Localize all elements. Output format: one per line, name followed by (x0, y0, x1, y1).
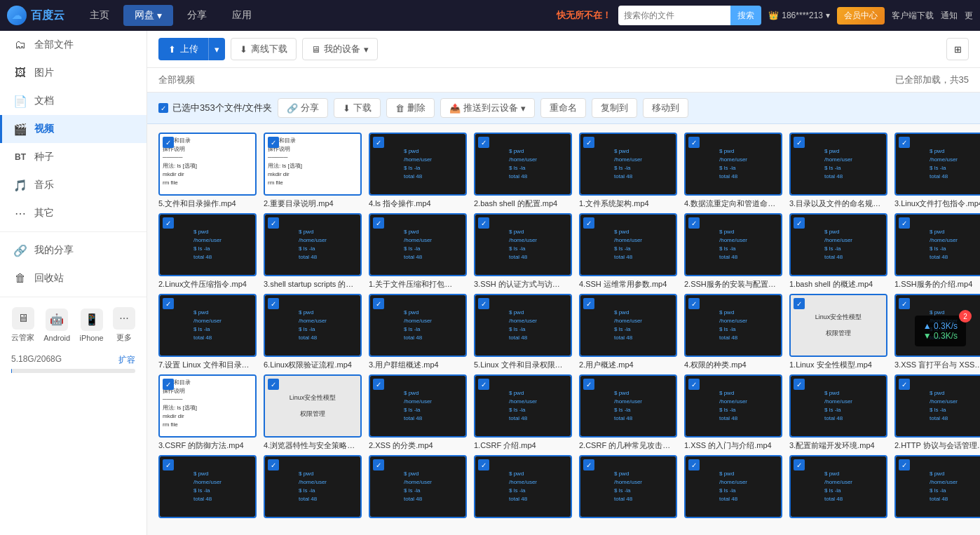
file-checkbox[interactable]: ✓ (373, 217, 384, 229)
search-input[interactable] (618, 6, 730, 25)
file-checkbox[interactable]: ✓ (583, 459, 594, 470)
file-item[interactable]: ✓$ pwd/home/user$ ls -latotal 484.ls 指令操… (369, 133, 467, 209)
file-checkbox[interactable]: ✓ (163, 137, 174, 148)
share-selected-btn[interactable]: 🔗 分享 (278, 98, 328, 118)
sidebar-item-trash[interactable]: 🗑 回收站 (0, 264, 147, 292)
sidebar-item-videos[interactable]: 🎬 视频 (0, 115, 147, 143)
expand-btn[interactable]: 扩容 (118, 354, 135, 366)
file-item[interactable]: ✓$ pwd/home/user$ ls -latotal 482.HTTP 协… (894, 374, 980, 451)
tool-cloud-manager[interactable]: 🖥 云管家 (11, 307, 34, 343)
file-item[interactable]: ✓$ pwd/home/user$ ls -latotal 48 (369, 455, 467, 521)
sidebar-item-pictures[interactable]: 🖼 图片 (0, 59, 147, 87)
file-checkbox[interactable]: ✓ (268, 298, 279, 309)
sidebar-item-shared[interactable]: 🔗 我的分享 (0, 236, 147, 264)
nav-home[interactable]: 主页 (79, 5, 121, 26)
file-checkbox[interactable]: ✓ (373, 137, 384, 148)
file-checkbox[interactable]: ✓ (688, 379, 700, 390)
nav-netdisk[interactable]: 网盘 ▾ (123, 5, 173, 26)
upload-dropdown-arrow[interactable]: ▾ (208, 38, 225, 60)
file-checkbox[interactable]: ✓ (268, 137, 279, 148)
file-checkbox[interactable]: ✓ (163, 379, 174, 390)
sidebar-item-bt[interactable]: BT 种子 (0, 143, 147, 171)
file-checkbox[interactable]: ✓ (899, 137, 910, 148)
download-selected-btn[interactable]: ⬇ 下载 (334, 98, 381, 118)
delete-selected-btn[interactable]: 🗑 删除 (386, 98, 435, 118)
file-checkbox[interactable]: ✓ (794, 459, 805, 470)
file-item[interactable]: ✓$ pwd/home/user$ ls -latotal 483.目录以及文件… (789, 133, 887, 209)
sidebar-item-all-files[interactable]: 🗂 全部文件 (0, 31, 147, 59)
file-item[interactable]: ✓$ pwd/home/user$ ls -latotal 483.shell … (264, 213, 362, 290)
sidebar-item-docs[interactable]: 📄 文档 (0, 87, 147, 115)
file-item[interactable]: ✓$ pwd/home/user$ ls -latotal 48 (894, 455, 980, 521)
file-item[interactable]: ✓$ pwd/home/user$ ls -latotal 484.权限的种类.… (684, 294, 782, 370)
file-checkbox[interactable]: ✓ (688, 217, 700, 229)
file-checkbox[interactable]: ✓ (478, 379, 489, 390)
file-checkbox[interactable]: ✓ (899, 298, 910, 309)
my-devices-btn[interactable]: 🖥 我的设备 ▾ (302, 38, 378, 60)
user-dropdown-icon[interactable]: ▾ (826, 11, 830, 20)
file-item[interactable]: ✓$ pwd/home/user$ ls -latotal 48 (158, 455, 257, 521)
file-checkbox[interactable]: ✓ (373, 298, 384, 309)
search-button[interactable]: 搜索 (730, 6, 761, 25)
file-checkbox[interactable]: ✓ (478, 459, 489, 470)
file-checkbox[interactable]: ✓ (478, 298, 489, 309)
file-item[interactable]: ✓$ pwd/home/user$ ls -latotal 482.CSRF 的… (579, 374, 677, 451)
file-item[interactable]: ✓$ pwd/home/user$ ls -latotal 48 (579, 455, 677, 521)
file-item[interactable]: ✓$ pwd/home/user$ ls -latotal 481.关于文件压缩… (369, 213, 467, 290)
nav-share[interactable]: 分享 (176, 5, 218, 26)
file-item[interactable]: ✓$ pwd/home/user$ ls -latotal 483.配置前端开发… (789, 374, 887, 451)
file-checkbox[interactable]: ✓ (688, 459, 700, 470)
file-item[interactable]: ✓$ pwd/home/user$ ls -latotal 48 (789, 455, 887, 521)
file-item[interactable]: ✓$ pwd/home/user$ ls -latotal 48 (264, 455, 362, 521)
file-item[interactable]: ✓$ pwd/home/user$ ls -latotal 486.Linux权… (264, 294, 362, 370)
file-item[interactable]: ✓$ pwd/home/user$ ls -latotal 481.文件系统架构… (579, 133, 677, 209)
file-item[interactable]: ✓文件和目录操作说明─────用法: ls [选项] mkdir dir rm … (158, 374, 257, 451)
file-item[interactable]: ✓文件和目录操作说明─────用法: ls [选项] mkdir dir rm … (158, 133, 257, 209)
file-item[interactable]: ✓$ pwd/home/user$ ls -latotal 482.bash s… (474, 133, 572, 209)
file-checkbox[interactable]: ✓ (899, 217, 910, 229)
file-checkbox[interactable]: ✓ (794, 379, 805, 390)
file-checkbox[interactable]: ✓ (268, 217, 279, 229)
file-item[interactable]: ✓文件和目录操作说明─────用法: ls [选项] mkdir dir rm … (264, 133, 362, 209)
file-checkbox[interactable]: ✓ (688, 298, 700, 309)
tool-iphone[interactable]: 📱 iPhone (79, 309, 103, 342)
file-checkbox[interactable]: ✓ (268, 459, 279, 470)
sidebar-item-music[interactable]: 🎵 音乐 (0, 171, 147, 199)
file-item[interactable]: ✓$ pwd/home/user$ ls -latotal 483.Linux文… (894, 133, 980, 209)
file-item[interactable]: ✓$ pwd/home/user$ ls -latotal 481.XSS 的入… (684, 374, 782, 451)
file-checkbox[interactable]: ✓ (163, 459, 174, 470)
offline-download-btn[interactable]: ⬇ 离线下载 (231, 38, 297, 60)
nav-apps[interactable]: 应用 (221, 5, 263, 26)
file-item[interactable]: ✓$ pwd/home/user$ ls -latotal 483.SSH 的认… (474, 213, 572, 290)
file-checkbox[interactable]: ✓ (794, 217, 805, 229)
tool-android[interactable]: 🤖 Android (43, 309, 70, 342)
file-item[interactable]: ✓$ pwd/home/user$ ls -latotal 483.用户群组概述… (369, 294, 467, 370)
tool-more[interactable]: ··· 更多 (113, 307, 135, 343)
file-item[interactable]: ✓$ pwd/home/user$ ls -latotal 482.用户概述.m… (579, 294, 677, 370)
file-item[interactable]: ✓$ pwd/home/user$ ls -latotal 485.Linux … (474, 294, 572, 370)
file-item[interactable]: ✓$ pwd/home/user$ ls -latotal 482.SSH服务的… (684, 213, 782, 290)
file-checkbox[interactable]: ✓ (163, 298, 174, 309)
copy-btn[interactable]: 复制到 (592, 98, 637, 118)
file-checkbox[interactable]: ✓ (163, 217, 174, 229)
file-checkbox[interactable]: ✓ (899, 379, 910, 390)
push-devices-btn[interactable]: 📤 推送到云设备 ▾ (440, 98, 535, 118)
sidebar-item-others[interactable]: ⋯ 其它 (0, 199, 147, 227)
file-item[interactable]: ✓Linux安全性模型权限管理1.Linux 安全性模型.mp4 (789, 294, 887, 370)
file-item[interactable]: ✓$ pwd/home/user$ ls -latotal 487.设置 Lin… (158, 294, 257, 370)
file-item[interactable]: ✓$ pwd/home/user$ ls -latotal 481.bash s… (789, 213, 887, 290)
notify-btn[interactable]: 通知 (941, 10, 958, 22)
file-checkbox[interactable]: ✓ (583, 137, 594, 148)
file-item[interactable]: ✓$ pwd/home/user$ ls -latotal 482.Linux文… (158, 213, 257, 290)
client-download-btn[interactable]: 客户端下载 (892, 10, 934, 22)
file-checkbox[interactable]: ✓ (268, 379, 279, 390)
rename-btn[interactable]: 重命名 (540, 98, 586, 118)
select-all-checkbox[interactable]: ✓ 已选中353个文件/文件夹 (158, 102, 272, 114)
upload-button[interactable]: ⬆ 上传 ▾ (158, 38, 225, 60)
file-item[interactable]: ✓$ pwd/home/user$ ls -latotal 482.XSS 的分… (369, 374, 467, 451)
file-item[interactable]: ✓$ pwd/home/user$ ls -latotal 481.SSH服务的… (894, 213, 980, 290)
file-checkbox[interactable]: ✓ (583, 217, 594, 229)
file-checkbox[interactable]: ✓ (478, 137, 489, 148)
view-toggle-btn[interactable]: ⊞ (946, 38, 969, 60)
file-checkbox[interactable]: ✓ (373, 379, 384, 390)
